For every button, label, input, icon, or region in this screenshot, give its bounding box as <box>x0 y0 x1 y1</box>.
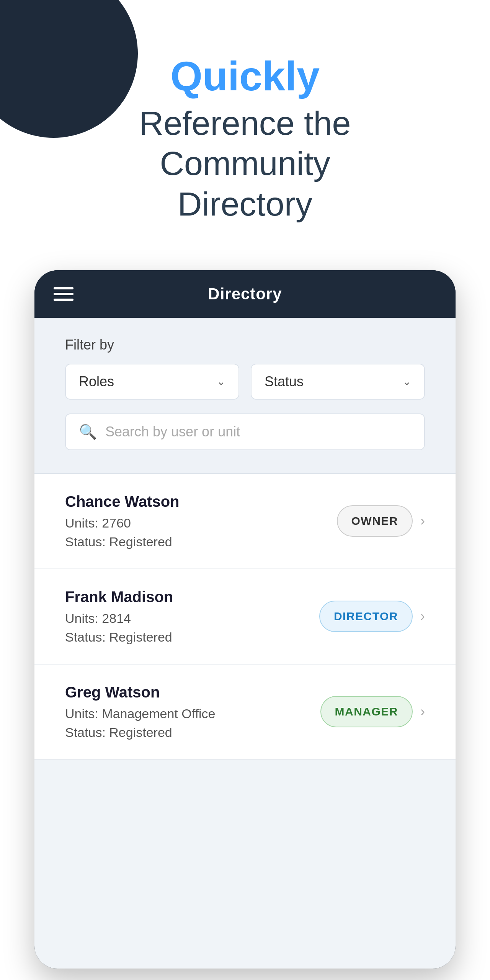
hero-quickly: Quickly <box>61 54 429 99</box>
filter-section: Filter by Roles ⌄ Status ⌄ 🔍 Search by u… <box>34 318 456 474</box>
chevron-right-icon: › <box>420 513 425 529</box>
content-area: Filter by Roles ⌄ Status ⌄ 🔍 Search by u… <box>34 318 456 969</box>
hero-subtitle-line2: Community <box>160 144 330 182</box>
chevron-right-icon: › <box>420 704 425 720</box>
hero-subtitle: Reference the Community Directory <box>61 103 429 224</box>
user-status: Status: Registered <box>65 725 320 740</box>
hamburger-line-3 <box>54 299 74 301</box>
search-placeholder-text: Search by user or unit <box>105 424 411 440</box>
user-units: Units: 2760 <box>65 516 337 531</box>
user-name: Chance Watson <box>65 493 337 510</box>
user-right-frank: DIRECTOR › <box>319 601 425 632</box>
status-chevron-icon: ⌄ <box>402 375 411 388</box>
user-name: Greg Watson <box>65 684 320 701</box>
role-badge-manager: MANAGER <box>320 696 413 727</box>
chevron-right-icon: › <box>420 608 425 624</box>
user-info-frank: Frank Madison Units: 2814 Status: Regist… <box>65 588 319 645</box>
table-row[interactable]: Frank Madison Units: 2814 Status: Regist… <box>34 569 456 665</box>
directory-list: Chance Watson Units: 2760 Status: Regist… <box>34 474 456 760</box>
user-info-greg: Greg Watson Units: Management Office Sta… <box>65 684 320 740</box>
hamburger-line-2 <box>54 293 74 295</box>
role-badge-director: DIRECTOR <box>319 601 413 632</box>
nav-bar: Directory <box>34 270 456 318</box>
user-units: Units: 2814 <box>65 611 319 626</box>
phone-wrapper: Directory Filter by Roles ⌄ Status ⌄ <box>0 270 490 980</box>
user-right-greg: MANAGER › <box>320 696 425 727</box>
filter-label: Filter by <box>65 337 425 353</box>
user-info-chance: Chance Watson Units: 2760 Status: Regist… <box>65 493 337 549</box>
status-dropdown[interactable]: Status ⌄ <box>251 364 425 400</box>
hero-subtitle-line3: Directory <box>178 185 312 223</box>
phone-mockup: Directory Filter by Roles ⌄ Status ⌄ <box>34 270 456 969</box>
search-icon: 🔍 <box>79 423 97 440</box>
user-units: Units: Management Office <box>65 706 320 721</box>
roles-label: Roles <box>79 374 114 390</box>
user-name: Frank Madison <box>65 588 319 606</box>
table-row[interactable]: Chance Watson Units: 2760 Status: Regist… <box>34 474 456 569</box>
roles-chevron-icon: ⌄ <box>217 375 225 388</box>
user-status: Status: Registered <box>65 630 319 645</box>
nav-title: Directory <box>208 285 282 303</box>
user-status: Status: Registered <box>65 534 337 549</box>
status-label: Status <box>265 374 304 390</box>
filter-dropdowns: Roles ⌄ Status ⌄ <box>65 364 425 400</box>
search-box[interactable]: 🔍 Search by user or unit <box>65 413 425 450</box>
table-row[interactable]: Greg Watson Units: Management Office Sta… <box>34 665 456 760</box>
hamburger-line-1 <box>54 287 74 289</box>
hero-section: Quickly Reference the Community Director… <box>0 0 490 270</box>
user-right-chance: OWNER › <box>337 505 425 537</box>
role-badge-owner: OWNER <box>337 505 413 537</box>
hero-subtitle-line1: Reference the <box>139 104 351 142</box>
roles-dropdown[interactable]: Roles ⌄ <box>65 364 239 400</box>
hamburger-button[interactable] <box>54 287 74 301</box>
